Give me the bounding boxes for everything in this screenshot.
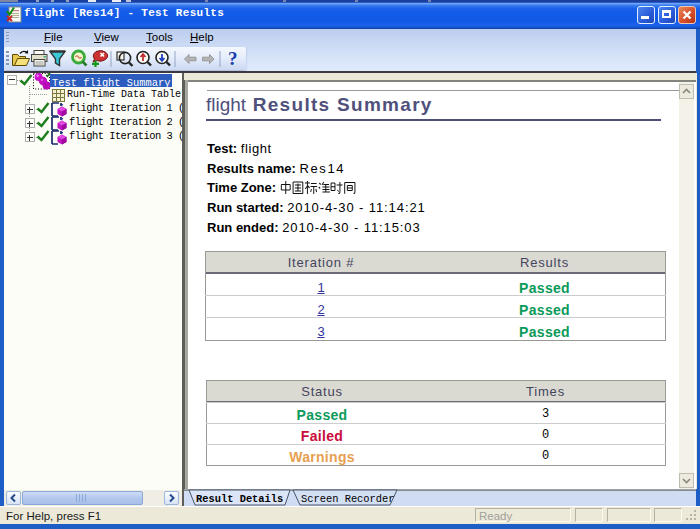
svg-text:Result Details: Result Details [196,493,283,505]
svg-text:?: ? [228,48,238,69]
svg-text:Screen Recorder: Screen Recorder [301,493,395,505]
